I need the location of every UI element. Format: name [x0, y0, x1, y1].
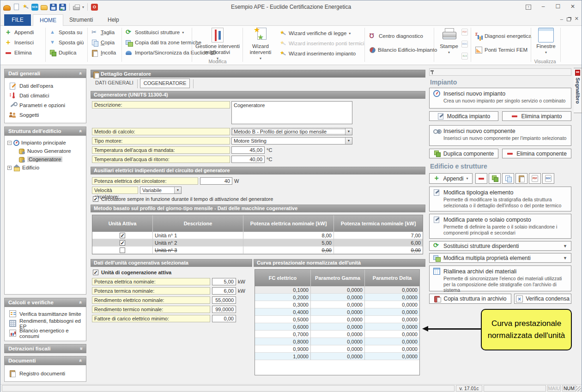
rend-termico-input[interactable]: 99,0000 [212, 306, 236, 313]
open-file-icon[interactable] [41, 5, 48, 10]
table-row[interactable]: 0,90000,00000,0000 [255, 345, 419, 353]
sidebar-item-parametri[interactable]: Parametri e opzioni [5, 100, 86, 110]
tab-home[interactable]: HOME [33, 14, 63, 26]
panel-detrazioni-header[interactable]: Detrazioni fiscali« [4, 344, 86, 353]
checkbox-icon[interactable]: ✓ [120, 233, 125, 238]
sce-icon[interactable]: SCE [31, 4, 38, 11]
table-row[interactable]: 0,60000,00000,0000 [255, 323, 419, 331]
sidebar-item-rendimenti[interactable]: Rendimenti, fabbisogni ed EP [5, 319, 86, 328]
print-dropdown-icon[interactable]: ▾ [82, 5, 84, 9]
pth-nominale-input[interactable]: 6,00 [212, 287, 236, 295]
checkbox-checked-icon[interactable]: ✓ [93, 196, 98, 202]
tab-file[interactable]: FILE [4, 14, 31, 26]
exit-icon[interactable]: O [91, 4, 98, 11]
close-button[interactable]: ✕ [566, 1, 580, 12]
panel-dati-generali-header[interactable]: Dati generali« [4, 69, 86, 78]
collapse-icon[interactable]: « [78, 359, 84, 362]
table-row[interactable]: Unità n° 3 0,00 0,00 [92, 247, 423, 254]
panel-documenti-header[interactable]: Documenti« [4, 356, 86, 365]
unita-attiva-checkbox-row[interactable]: ✓Unità di cogenerazione attiva [93, 270, 171, 275]
rend-elettrico-input[interactable]: 55,0000 [212, 296, 236, 304]
table-row[interactable]: 0,50000,00000,0000 [255, 316, 419, 323]
mdi-close-button[interactable]: ✕ [575, 16, 579, 22]
dropdown-icon[interactable]: ▼ [563, 244, 567, 248]
duplica-button[interactable]: Duplica [48, 48, 78, 57]
elimina-struttura-button[interactable] [475, 173, 487, 184]
t-ritorno-input[interactable]: 40,00 [231, 156, 265, 163]
sidebar-item-registro-documenti[interactable]: Registro documenti [5, 368, 86, 378]
collapse-icon[interactable]: « [78, 301, 84, 304]
mdi-minimize-button[interactable]: – [560, 16, 563, 22]
gestione-interventi-button[interactable]: Gestione interventi migliorativi▾ [194, 28, 241, 61]
sposta-su-button[interactable]: Sposta su [48, 28, 84, 37]
table-row[interactable]: ✓ Unità n° 1 8,00 7,00 [92, 232, 423, 239]
table-row[interactable]: 0,80000,00000,0000 [255, 338, 419, 345]
modifica-impianto-button[interactable]: Modifica impianto [429, 111, 498, 121]
appendi-struttura-button[interactable]: Appendi▾ [429, 173, 473, 184]
new-document-icon[interactable] [14, 4, 19, 10]
modifica-tipologia-button[interactable]: Modifica tipologia elemento Permette di … [429, 187, 571, 211]
table-row[interactable]: 0,70000,00000,0000 [255, 331, 419, 338]
panel-struttura-header[interactable]: Struttura dell'edificio« [4, 127, 86, 136]
copia-struttura-archivio-button[interactable]: Copia struttura in archivio [429, 294, 511, 304]
save-as-icon[interactable] [59, 4, 66, 11]
riallinea-archivi-button[interactable]: Riallinea archivi dei materiali Permette… [429, 265, 571, 291]
sidebar-item-bilancio-energetico[interactable]: Bilancio energetico e consumi [5, 328, 86, 338]
collapse-icon[interactable]: « [78, 130, 84, 133]
duplica-componente-button[interactable]: Duplica componente [429, 149, 498, 158]
ponti-termici-fem-button[interactable]: Ponti Termici FEM [473, 45, 529, 54]
wizard-icon[interactable] [22, 4, 29, 11]
table-row-selected[interactable]: ✓ Unità n° 2 5,00 6,00 [92, 239, 423, 247]
t-mandata-input[interactable]: 45,00 [231, 146, 265, 154]
taglia-button[interactable]: Taglia [90, 28, 116, 37]
checkbox-icon[interactable]: ✓ [120, 240, 125, 246]
collapse-icon[interactable]: « [78, 72, 84, 75]
stampe-button[interactable]: Stampe▾ [437, 28, 461, 55]
verifica-condensa-button[interactable]: Verifica condensa [514, 294, 571, 304]
tree-item-nuovo-generatore[interactable]: Nuovo Generatore [18, 147, 86, 155]
segnalibro-tab[interactable]: Segnalibro [574, 68, 582, 113]
pin-icon[interactable] [429, 69, 436, 76]
modifica-multipla-button[interactable]: Modifica multipla proprietà elementi▼ [429, 253, 571, 263]
checkbox-icon[interactable] [120, 247, 125, 253]
elimina-button[interactable]: Elimina [3, 48, 34, 57]
fattore-carico-input[interactable]: 0,00 [212, 315, 236, 322]
collapse-node-icon[interactable]: − [7, 141, 12, 145]
esporta-doc-button[interactable]: DOC [542, 173, 554, 184]
panel-calcoli-header[interactable]: Calcoli e verifiche« [4, 298, 86, 307]
checkbox-checked-icon[interactable]: ✓ [93, 270, 98, 275]
elimina-impianto-button[interactable]: Elimina impianto [502, 111, 571, 121]
tree-item-cogeneratore[interactable]: Cogeneratore [18, 155, 86, 163]
tipo-motore-combobox[interactable]: Motore Stirling▼ [231, 137, 352, 145]
dropdown-icon[interactable]: ▼ [345, 138, 352, 144]
sidebar-item-dati-opera[interactable]: Dati dell'opera [5, 81, 86, 90]
table-row[interactable]: 0,20000,00000,0000 [255, 294, 419, 301]
tab-help[interactable]: Help [101, 14, 126, 26]
table-row[interactable]: 1,00000,00000,0000 [255, 353, 419, 360]
dropdown-icon[interactable]: ▼ [563, 256, 567, 260]
save-icon[interactable] [50, 4, 57, 11]
sidebar-item-soggetti[interactable]: Soggetti [5, 110, 86, 120]
print-icon[interactable] [73, 6, 80, 10]
potenza-circolatore-input[interactable]: 40 [200, 177, 232, 185]
mdi-restore-button[interactable] [567, 18, 571, 21]
wizard-impianto-button[interactable]: Wizard inserimento impianto [278, 49, 358, 58]
minimize-button[interactable]: – [536, 1, 550, 12]
esporta-pdf-button[interactable]: PDF [529, 173, 541, 184]
metodo-combobox[interactable]: Metodo B - Profilo del giorno tipo mensi… [231, 128, 352, 135]
table-row[interactable]: 0,30000,00000,0000 [255, 301, 419, 308]
expand-node-icon[interactable]: + [7, 166, 12, 170]
tree-item-impianto-principale[interactable]: −Impianto principale [7, 139, 86, 147]
dropdown-icon[interactable]: ▼ [174, 187, 181, 193]
bilancio-edificio-button[interactable]: Bilancio Edificio-Impianto [368, 45, 439, 54]
tab-dati-generali[interactable]: DATI GENERALI [95, 80, 133, 85]
tree-item-edificio[interactable]: +Edificio [7, 163, 86, 172]
descrizione-input[interactable]: Cogeneratore [231, 101, 352, 124]
duplica-struttura-button[interactable] [489, 173, 501, 184]
sposta-giu-button[interactable]: Sposta giù [48, 38, 85, 47]
inserisci-nuovo-impianto-button[interactable]: Inserisci nuovo impianto Crea un nuovo i… [429, 88, 571, 109]
modifica-parete-button[interactable]: Modifica parete o solaio composto Permet… [429, 214, 571, 239]
table-row-selected[interactable]: 0,10000,00000,0000 [255, 286, 419, 294]
incolla-button[interactable]: Incolla [90, 48, 118, 57]
sostituisci-disperdenti-button[interactable]: Sostituisci strutture disperdenti▼ [429, 241, 571, 251]
